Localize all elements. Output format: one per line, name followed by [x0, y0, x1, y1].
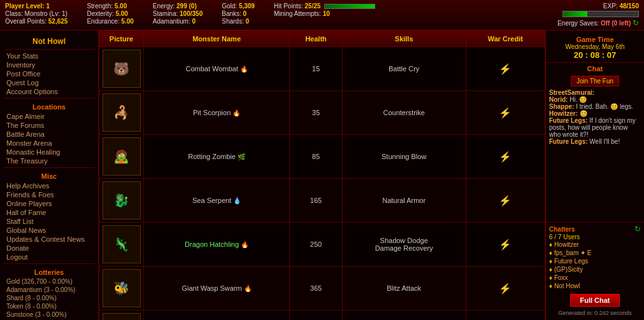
monster-picture-cell: 🦂 [99, 91, 144, 135]
lottery-shard: Shard (8 - 0.00%) [0, 294, 98, 302]
chatter-item: ♦ (GP)Sicity [549, 265, 641, 274]
chatters-section: Chatters ↻ 6 / 7 Users ♦ Howitzer♦ fps_b… [546, 222, 644, 292]
battle-icon[interactable]: ⚡ [499, 151, 512, 162]
monster-image: 🐝 [103, 269, 141, 307]
chatters-refresh-icon[interactable]: ↻ [634, 225, 641, 233]
chat-username: Shappe: [549, 103, 574, 110]
monster-skills-cell: Counterstrike [342, 91, 466, 135]
monster-skills-cell: Blitz Attack [342, 267, 466, 310]
generated-text: Generated in: 0.242 seconds [546, 309, 644, 317]
banks-stat: Banks: 0 [222, 10, 255, 17]
battle-icon[interactable]: ⚡ [499, 283, 512, 294]
energy-section: Energy: 299 (0) Stamina: 100/350 Adamant… [153, 3, 203, 25]
battle-icon[interactable]: ⚡ [499, 64, 512, 74]
player-level-value: 1 [47, 3, 50, 10]
monster-skills-cell: Natural Armor [342, 179, 466, 223]
sidebar-item-the-treasury[interactable]: The Treasury [0, 157, 98, 165]
left-sidebar: Not Howl Your Stats Inventory Post Offic… [0, 31, 99, 320]
mining-stat: Mining Attempts: 10 [274, 10, 375, 17]
monster-image: 🐉 [103, 181, 141, 219]
monster-war-credit-cell: ⚡ [466, 135, 545, 179]
chat-message: Future Legs: Well I'll be! [549, 138, 641, 145]
main-layout: Not Howl Your Stats Inventory Post Offic… [0, 31, 644, 320]
chatter-item: ♦ Howitzer [549, 240, 641, 249]
battle-icon[interactable]: ⚡ [499, 108, 512, 118]
chatters-count: 6 / 7 Users [549, 233, 641, 240]
main-content: Picture Monster Name Health Skills War C… [99, 31, 545, 320]
monster-health-cell: 525 [290, 310, 343, 321]
sidebar-item-account-options[interactable]: Account Options [0, 87, 98, 96]
energy-saves: Energy Saves: Off (0 left) ↻ [557, 18, 639, 27]
sidebar-item-quest-log[interactable]: Quest Log [0, 78, 98, 87]
monster-skills-cell: Stunning Blow [342, 135, 466, 179]
monster-name: Dragon Hatchling [185, 240, 239, 248]
monster-picture-cell: 🧟 [99, 135, 144, 179]
game-time-clock: 20 : 08 : 07 [546, 50, 644, 60]
chatters-label: Chatters [549, 226, 575, 233]
chatters-title: Chatters ↻ [549, 225, 641, 233]
endurance-stat: Endurance: 5.00 [87, 18, 133, 25]
col-skills: Skills [342, 31, 466, 47]
monster-name: Combat Wombat [185, 65, 238, 73]
monster-image: 🦎 [103, 225, 141, 263]
table-row: 🦎Dragon Hatchling🔥250Shadow DodgeDamage … [99, 223, 545, 267]
sidebar-item-hall-of-fame[interactable]: Hall of Fame [0, 208, 98, 217]
strength-stat: Strength: 5.00 [87, 3, 133, 10]
chat-text: Well I'll be! [589, 138, 620, 145]
monster-health-cell: 35 [290, 91, 343, 135]
monster-health-cell: 15 [290, 47, 343, 91]
sidebar-item-cape-almeir[interactable]: Cape Almeir [0, 112, 98, 121]
chat-username: Future Legs: [549, 138, 588, 145]
sidebar-item-friends-foes[interactable]: Friends & Foes [0, 190, 98, 199]
monster-war-credit-cell: ⚡ [466, 310, 545, 321]
lottery-token: Token (8 - 0.00%) [0, 302, 98, 310]
sidebar-item-online-players[interactable]: Online Players [0, 199, 98, 208]
gold-stat: Gold: 5,309 [222, 3, 255, 10]
refresh-icon[interactable]: ↻ [633, 18, 639, 27]
chatters-list: ♦ Howitzer♦ fps_bam ✦ E♦ Future Legs♦ (G… [549, 240, 641, 290]
sidebar-item-monastic-healing[interactable]: Monastic Healing [0, 148, 98, 157]
water-element-icon: 💧 [233, 197, 241, 204]
monster-health-cell: 365 [290, 267, 343, 310]
sidebar-item-battle-arena[interactable]: Battle Arena [0, 130, 98, 139]
monster-health-cell: 85 [290, 135, 343, 179]
sidebar-item-the-forums[interactable]: The Forums [0, 121, 98, 130]
chatter-dot: ♦ [549, 274, 554, 281]
monster-name: Sea Serpent [192, 197, 231, 204]
battle-icon[interactable]: ⚡ [499, 195, 512, 206]
chat-username: Howitzer: [549, 110, 578, 117]
monster-war-credit-cell: ⚡ [466, 47, 545, 91]
sidebar-item-monster-arena[interactable]: Monster Arena [0, 139, 98, 148]
sidebar-item-staff-list[interactable]: Staff List [0, 217, 98, 226]
class-info: Class: Monstro (Lv: 1) [5, 10, 68, 17]
sidebar-item-donate[interactable]: Donate [0, 244, 98, 253]
monster-image: 🦂 [103, 94, 141, 132]
sidebar-item-global-news[interactable]: Global News [0, 226, 98, 235]
table-row: 🦂Pit Scorpion🔥35Counterstrike⚡ [99, 91, 545, 135]
sidebar-item-updates-contest-news[interactable]: Updates & Contest News [0, 235, 98, 244]
chat-messages: StreetSamurai: Norid: Hi. 😊Shappe: I tri… [546, 88, 644, 222]
fire-element-icon: 🔥 [240, 66, 248, 73]
sidebar-item-logout[interactable]: Logout [0, 253, 98, 261]
sidebar-item-help-archives[interactable]: Help Archives [0, 181, 98, 190]
sidebar-item-your-stats[interactable]: Your Stats [0, 52, 98, 60]
chat-title: Chat [546, 63, 644, 74]
monster-health-cell: 250 [290, 223, 343, 267]
monster-skills-cell: Shadow DodgeDamage Recovery [342, 223, 466, 267]
sidebar-item-inventory[interactable]: Inventory [0, 60, 98, 69]
chat-text: 😊 [580, 110, 587, 117]
sidebar-item-post-office[interactable]: Post Office [0, 69, 98, 78]
player-level: Player Level: 1 [5, 3, 68, 10]
right-sidebar: Game Time Wednesday, May 6th 20 : 08 : 0… [545, 31, 644, 320]
chatter-name: Howitzer [554, 241, 579, 248]
chatter-item: ♦ Future Legs [549, 257, 641, 265]
hitpoints-stat: Hit Points: 25/25 [274, 3, 375, 10]
monster-war-credit-cell: ⚡ [466, 267, 545, 310]
battle-icon[interactable]: ⚡ [499, 239, 512, 250]
monster-war-credit-cell: ⚡ [466, 223, 545, 267]
monster-name: Giant Wasp Swarm [182, 284, 241, 292]
adamantium-stat: Adamantium: 0 [153, 18, 203, 25]
join-chat-button[interactable]: Join The Fun [571, 76, 619, 87]
lotteries-title: Lotteries [0, 266, 98, 277]
full-chat-button[interactable]: Full Chat [570, 294, 619, 307]
